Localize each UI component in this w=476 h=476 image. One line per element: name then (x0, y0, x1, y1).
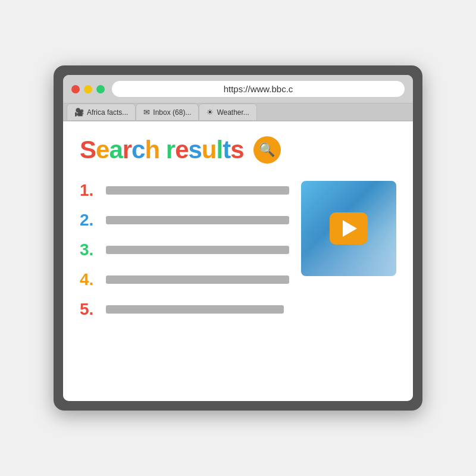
result-number-5: 5. (80, 300, 101, 319)
page-content: Search results 🔍 1. 2. (63, 121, 413, 401)
result-bar-4 (106, 275, 289, 284)
maximize-button[interactable] (96, 85, 105, 93)
browser-window: https://www.bbc.c 🎥 Africa facts... ✉ In… (54, 65, 422, 411)
results-list: 1. 2. 3. 4. (80, 181, 289, 319)
window-buttons (71, 85, 105, 93)
search-magnifier-icon: 🔍 (259, 142, 275, 158)
search-results-title: Search results (80, 136, 244, 164)
address-bar-row: https://www.bbc.c (63, 75, 413, 104)
result-number-2: 2. (80, 211, 101, 230)
results-layout: 1. 2. 3. 4. (80, 181, 396, 319)
result-number-3: 3. (80, 240, 101, 259)
tab-video-icon: 🎥 (74, 108, 84, 117)
result-item-2: 2. (80, 211, 289, 230)
tab-inbox-label: Inbox (68)... (153, 108, 191, 117)
video-thumbnail[interactable] (301, 181, 396, 276)
result-bar-5 (106, 305, 284, 314)
search-icon-circle[interactable]: 🔍 (253, 136, 281, 164)
tab-africa-facts-label: Africa facts... (87, 108, 128, 117)
play-button[interactable] (330, 212, 368, 245)
result-item-5: 5. (80, 300, 289, 319)
result-item-1: 1. (80, 181, 289, 200)
address-bar[interactable]: https://www.bbc.c (112, 81, 405, 97)
play-triangle-icon (343, 220, 357, 237)
tab-weather-label: Weather... (217, 108, 249, 117)
browser-inner: https://www.bbc.c 🎥 Africa facts... ✉ In… (63, 75, 413, 401)
search-heading-row: Search results 🔍 (80, 136, 396, 164)
tabs-row: 🎥 Africa facts... ✉ Inbox (68)... ☀ Weat… (63, 104, 413, 121)
result-bar-3 (106, 246, 289, 254)
tab-email-icon: ✉ (143, 108, 150, 117)
result-number-1: 1. (80, 181, 101, 200)
result-bar-2 (106, 216, 289, 224)
result-item-3: 3. (80, 240, 289, 259)
tab-inbox[interactable]: ✉ Inbox (68)... (136, 104, 199, 120)
tab-weather[interactable]: ☀ Weather... (199, 104, 256, 120)
close-button[interactable] (71, 85, 80, 93)
tab-sun-icon: ☀ (206, 108, 214, 117)
tab-africa-facts[interactable]: 🎥 Africa facts... (67, 104, 136, 120)
result-bar-1 (106, 186, 289, 195)
minimize-button[interactable] (84, 85, 92, 93)
result-number-4: 4. (80, 270, 101, 289)
result-item-4: 4. (80, 270, 289, 289)
